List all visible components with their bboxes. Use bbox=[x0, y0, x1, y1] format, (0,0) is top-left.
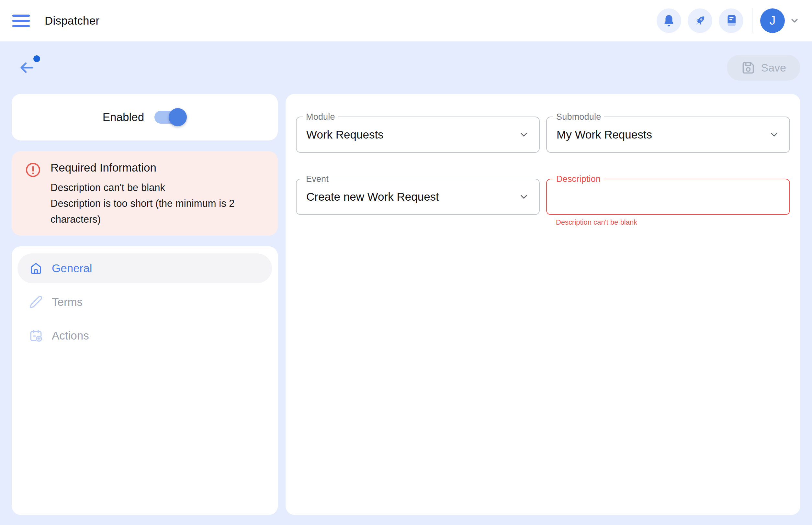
description-error-text: Description can't be blank bbox=[556, 218, 790, 227]
sidebar: Enabled Required Information Descript bbox=[12, 94, 278, 515]
app-header: Dispatcher bbox=[0, 0, 812, 42]
event-value: Create new Work Request bbox=[306, 190, 439, 203]
description-input[interactable]: Description bbox=[546, 179, 790, 215]
enabled-label: Enabled bbox=[103, 111, 144, 124]
save-button-label: Save bbox=[761, 61, 786, 74]
nav-item-general[interactable]: General bbox=[17, 253, 272, 283]
error-message: Description can't be blank bbox=[50, 180, 264, 195]
nav-item-label: Terms bbox=[52, 296, 83, 309]
page-title: Dispatcher bbox=[45, 14, 99, 27]
bell-icon bbox=[662, 14, 676, 28]
submodule-select[interactable]: Submodule My Work Requests bbox=[546, 117, 790, 153]
save-button[interactable]: Save bbox=[727, 55, 801, 80]
chevron-down-icon bbox=[769, 129, 780, 140]
description-label: Description bbox=[553, 174, 604, 184]
avatar[interactable]: J bbox=[760, 9, 785, 33]
page-toolbar: Save bbox=[12, 42, 800, 94]
main-area: Enabled Required Information Descript bbox=[12, 94, 800, 515]
alert-circle-icon bbox=[25, 162, 41, 178]
page-content: Save Enabled bbox=[0, 42, 812, 525]
module-select[interactable]: Module Work Requests bbox=[296, 117, 540, 153]
error-message: Description is too short (the minimum is… bbox=[50, 195, 264, 227]
enabled-toggle[interactable] bbox=[154, 107, 187, 127]
general-form-card: Module Work Requests Submodule My Work R… bbox=[285, 94, 800, 515]
calendar-plus-icon bbox=[29, 329, 43, 343]
submodule-label: Submodule bbox=[553, 112, 604, 122]
description-cell: Description Description can't be blank bbox=[546, 179, 790, 227]
pencil-icon bbox=[29, 295, 43, 309]
whats-new-button[interactable] bbox=[688, 9, 712, 33]
module-value: Work Requests bbox=[306, 128, 384, 141]
section-nav: General Terms bbox=[12, 246, 278, 515]
unsaved-changes-dot bbox=[33, 55, 40, 62]
enabled-card: Enabled bbox=[12, 94, 278, 140]
submodule-value: My Work Requests bbox=[557, 128, 652, 141]
nav-item-actions[interactable]: Actions bbox=[17, 321, 272, 350]
module-label: Module bbox=[303, 112, 338, 122]
nav-item-terms[interactable]: Terms bbox=[17, 287, 272, 317]
menu-icon[interactable] bbox=[12, 15, 30, 27]
event-label: Event bbox=[303, 174, 331, 184]
notebook-icon bbox=[724, 14, 738, 28]
required-information-text: Required Information Description can't b… bbox=[50, 161, 264, 227]
toggle-thumb bbox=[169, 108, 187, 126]
required-information-card: Required Information Description can't b… bbox=[12, 151, 278, 236]
header-actions: J bbox=[650, 8, 800, 33]
nav-item-label: General bbox=[52, 262, 92, 275]
docs-button[interactable] bbox=[719, 9, 743, 33]
back-arrow-icon bbox=[18, 59, 35, 76]
rocket-icon bbox=[693, 14, 707, 28]
header-divider bbox=[752, 8, 752, 33]
notifications-button[interactable] bbox=[656, 9, 681, 33]
back-button[interactable] bbox=[16, 57, 37, 78]
event-select[interactable]: Event Create new Work Request bbox=[296, 179, 540, 215]
chevron-down-icon[interactable] bbox=[789, 16, 800, 26]
home-icon bbox=[29, 261, 43, 275]
chevron-down-icon bbox=[518, 129, 529, 140]
required-information-title: Required Information bbox=[50, 161, 264, 175]
chevron-down-icon bbox=[518, 191, 529, 202]
save-icon bbox=[741, 61, 755, 75]
nav-item-label: Actions bbox=[52, 329, 89, 342]
avatar-initial: J bbox=[770, 14, 776, 28]
